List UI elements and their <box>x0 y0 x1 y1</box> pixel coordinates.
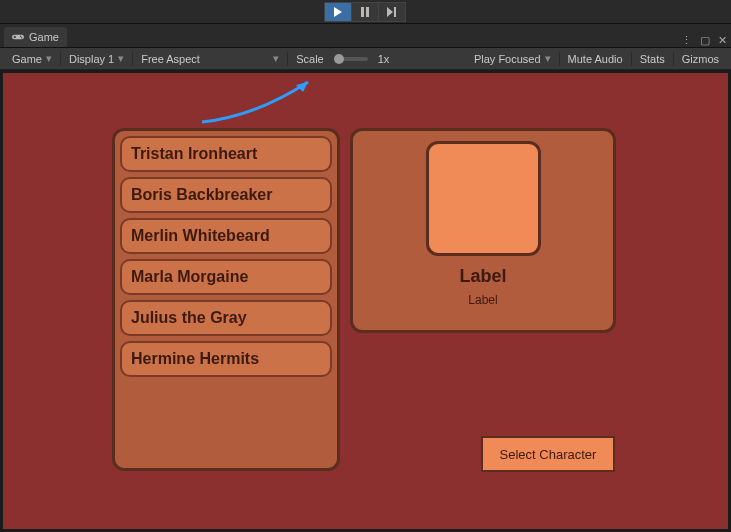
stats-toggle[interactable]: Stats <box>634 53 671 65</box>
game-viewport: Tristan Ironheart Boris Backbreaker Merl… <box>3 73 728 529</box>
menu-icon[interactable]: ⋮ <box>681 34 692 47</box>
mute-audio-toggle[interactable]: Mute Audio <box>562 53 629 65</box>
svg-marker-10 <box>296 82 308 92</box>
character-detail-panel: Label Label <box>350 128 616 333</box>
svg-marker-0 <box>334 7 342 17</box>
maximize-icon[interactable]: ▢ <box>700 34 710 47</box>
slider-knob[interactable] <box>334 54 344 64</box>
list-item[interactable]: Julius the Gray <box>120 300 332 336</box>
separator <box>631 52 632 66</box>
svg-rect-2 <box>366 7 369 17</box>
character-name: Tristan Ironheart <box>131 145 257 162</box>
display-dropdown[interactable]: Display 1 ▾ <box>63 52 130 65</box>
step-button[interactable] <box>378 2 406 22</box>
button-label: Select Character <box>500 447 597 462</box>
annotation-arrow <box>196 76 326 126</box>
tab-game[interactable]: Game <box>4 27 67 47</box>
game-dropdown[interactable]: Game ▾ <box>6 52 58 65</box>
chevron-down-icon: ▾ <box>545 52 551 65</box>
character-name: Julius the Gray <box>131 309 247 326</box>
character-name: Marla Morgaine <box>131 268 248 285</box>
dropdown-label: Free Aspect <box>141 53 200 65</box>
list-item[interactable]: Marla Morgaine <box>120 259 332 295</box>
character-name-label: Label <box>459 266 506 287</box>
play-button[interactable] <box>324 2 352 22</box>
dropdown-label: Game <box>12 53 42 65</box>
chevron-down-icon: ▾ <box>46 52 52 65</box>
chevron-down-icon: ▾ <box>118 52 124 65</box>
character-portrait <box>426 141 541 256</box>
character-name: Merlin Whitebeard <box>131 227 270 244</box>
dropdown-label: Display 1 <box>69 53 114 65</box>
scale-label: Scale <box>296 53 324 65</box>
window-controls: ⋮ ▢ ✕ <box>681 34 727 47</box>
pause-button[interactable] <box>351 2 379 22</box>
list-item[interactable]: Boris Backbreaker <box>120 177 332 213</box>
scale-value: 1x <box>378 53 390 65</box>
aspect-dropdown[interactable]: Free Aspect ▾ <box>135 52 285 65</box>
dropdown-label: Play Focused <box>474 53 541 65</box>
list-item[interactable]: Hermine Hermits <box>120 341 332 377</box>
tab-label: Game <box>29 31 59 43</box>
svg-point-8 <box>20 36 21 37</box>
label: Stats <box>640 53 665 65</box>
play-controls-bar <box>0 0 731 24</box>
svg-rect-1 <box>361 7 364 17</box>
svg-rect-7 <box>14 36 16 37</box>
gizmos-toggle[interactable]: Gizmos <box>676 53 725 65</box>
gamepad-icon <box>12 32 24 42</box>
play-mode-dropdown[interactable]: Play Focused ▾ <box>468 52 557 65</box>
separator <box>559 52 560 66</box>
label: Gizmos <box>682 53 719 65</box>
separator <box>287 52 288 66</box>
play-icon <box>333 7 343 17</box>
scale-slider[interactable] <box>334 57 368 61</box>
svg-marker-3 <box>387 7 393 17</box>
svg-rect-4 <box>394 7 396 17</box>
scale-control: Scale 1x <box>290 53 395 65</box>
character-name: Boris Backbreaker <box>131 186 272 203</box>
pause-icon <box>360 7 370 17</box>
separator <box>132 52 133 66</box>
step-icon <box>387 7 397 17</box>
chevron-down-icon: ▾ <box>273 52 279 65</box>
label: Mute Audio <box>568 53 623 65</box>
select-character-button[interactable]: Select Character <box>481 436 615 472</box>
character-name: Hermine Hermits <box>131 350 259 367</box>
character-class-label: Label <box>468 293 497 307</box>
character-list-panel: Tristan Ironheart Boris Backbreaker Merl… <box>112 128 340 471</box>
svg-point-9 <box>21 37 22 38</box>
close-icon[interactable]: ✕ <box>718 34 727 47</box>
game-toolbar: Game ▾ Display 1 ▾ Free Aspect ▾ Scale 1… <box>0 48 731 70</box>
list-item[interactable]: Merlin Whitebeard <box>120 218 332 254</box>
list-item[interactable]: Tristan Ironheart <box>120 136 332 172</box>
tab-row: Game ⋮ ▢ ✕ <box>0 24 731 48</box>
separator <box>673 52 674 66</box>
separator <box>60 52 61 66</box>
game-view-container: Tristan Ironheart Boris Backbreaker Merl… <box>0 70 731 532</box>
